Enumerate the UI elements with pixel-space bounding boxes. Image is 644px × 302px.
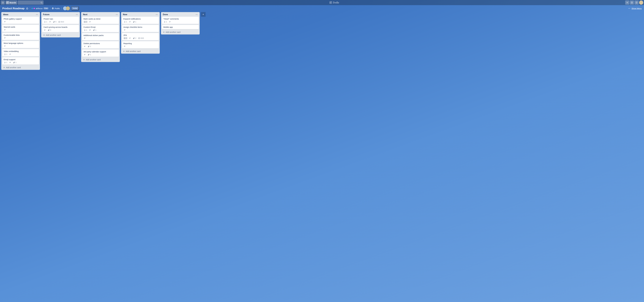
card[interactable]: Custom Emoji11 <box>82 25 119 32</box>
description-badge-icon <box>129 21 131 23</box>
description-badge-icon <box>124 45 126 47</box>
list-menu-button[interactable] <box>156 13 158 16</box>
add-list-button[interactable] <box>201 12 206 17</box>
card-title: Expand notifications <box>124 18 158 20</box>
checklist-badge: 0/13 <box>58 21 64 23</box>
board-title[interactable]: Product Roadmap <box>2 7 24 10</box>
add-card-button[interactable]: Add another card <box>122 49 159 53</box>
list-menu-button[interactable] <box>36 13 38 16</box>
card[interactable]: 2FA120/10 <box>122 33 159 40</box>
card-badges: 11 <box>124 21 158 23</box>
card-badges: 120/10 <box>124 37 158 39</box>
card-badges: 3 <box>44 29 78 31</box>
votes-badge-value: 1 <box>126 37 127 39</box>
card-title: Video embedding <box>4 50 38 52</box>
home-button[interactable] <box>1 0 5 5</box>
card-title: Power-Ups <box>44 18 78 20</box>
search-input[interactable] <box>18 0 44 5</box>
card[interactable]: Starred cards <box>2 25 39 32</box>
create-button[interactable] <box>625 0 629 5</box>
add-card-button[interactable]: Add another card <box>82 58 119 61</box>
card[interactable]: Power-Ups150/13 <box>42 17 79 24</box>
card-title: Emoji support <box>4 58 38 61</box>
attachments-badge: 1 <box>132 21 136 23</box>
user-avatar[interactable] <box>639 0 643 5</box>
votes-badge-icon <box>84 21 86 23</box>
visibility-button[interactable]: Public <box>52 7 60 9</box>
plus-icon <box>3 66 5 69</box>
description-badge <box>84 54 86 56</box>
list: Done"Heart" comments1Mobile appAdd anoth… <box>161 12 200 34</box>
card[interactable]: Reporting <box>122 41 159 48</box>
description-badge-icon <box>4 21 6 23</box>
attachments-badge-value: 1 <box>95 29 96 31</box>
list-header: Done <box>162 13 198 16</box>
info-button[interactable] <box>630 0 634 5</box>
votes-badge: 1 <box>84 29 88 31</box>
plus-icon <box>202 13 204 15</box>
card-title: More language options <box>4 42 38 44</box>
svg-point-13 <box>37 14 37 15</box>
list-menu-button[interactable] <box>116 13 118 16</box>
add-card-button[interactable]: Add another card <box>162 30 198 33</box>
card[interactable]: Photo gallery support <box>2 17 39 24</box>
votes-badge: 1 <box>124 21 128 23</box>
ellipsis-icon <box>196 13 198 16</box>
card-title: Custom Emoji <box>84 26 118 28</box>
add-card-button[interactable]: Add another card <box>42 33 79 36</box>
votes-badge-icon <box>4 53 6 55</box>
card[interactable]: Card syncing across boards3 <box>42 25 79 32</box>
attachments-badge: 1 <box>92 29 96 31</box>
star-button[interactable] <box>26 7 28 9</box>
description-badge <box>44 29 46 31</box>
card[interactable]: More language options <box>2 41 39 48</box>
attachments-badge-icon <box>88 54 90 56</box>
card[interactable]: Mobile app <box>162 25 198 29</box>
attachments-badge-value: 2 <box>90 45 91 47</box>
svg-point-67 <box>156 14 156 15</box>
global-header: Boards Trello <box>0 0 644 5</box>
card[interactable]: Video embedding1 <box>2 49 39 56</box>
list-menu-button[interactable] <box>76 13 78 16</box>
invite-button[interactable]: Invite <box>71 6 79 10</box>
show-menu-button[interactable]: Show Menu <box>628 7 642 9</box>
card[interactable]: 3rd party calendar support1 <box>82 49 119 57</box>
board-canvas: IdeasPhoto gallery supportStarred cardsC… <box>0 11 644 302</box>
card[interactable]: "Heart" comments1 <box>162 17 198 24</box>
add-card-label: Add another card <box>46 34 61 36</box>
list-title[interactable]: Done <box>163 13 168 16</box>
card[interactable]: Assign checklist items <box>122 25 159 32</box>
list-title[interactable]: Now <box>123 13 127 16</box>
card[interactable]: Delete permissions2 <box>82 41 119 48</box>
description-badge-icon <box>129 37 131 39</box>
member-avatar[interactable] <box>66 6 70 10</box>
list-menu-button[interactable] <box>196 13 198 16</box>
description-badge-icon <box>84 54 86 56</box>
plus-icon <box>163 31 165 33</box>
list-title[interactable]: Ideas <box>3 13 8 16</box>
card[interactable]: Emoji support11 <box>2 57 39 65</box>
add-card-button[interactable]: Add another card <box>2 66 39 69</box>
board-members[interactable] <box>63 6 70 10</box>
list-title[interactable]: Future <box>43 13 50 16</box>
add-card-label: Add another card <box>166 31 180 33</box>
card-badges: 11 <box>4 61 38 64</box>
team-button[interactable]: airfocus Free <box>32 7 48 9</box>
list-header: Future <box>42 13 79 16</box>
description-badge <box>9 61 12 64</box>
boards-button[interactable]: Boards <box>6 0 17 5</box>
card[interactable]: Expand notifications11 <box>122 17 159 24</box>
card-title: Mark cards as done <box>84 18 118 20</box>
card[interactable]: Customizable links <box>2 33 39 40</box>
notifications-button[interactable] <box>634 0 638 5</box>
card[interactable]: Additional sticker packs <box>82 33 119 40</box>
card[interactable]: Mark cards as done2 <box>82 17 119 24</box>
svg-rect-41 <box>58 21 60 22</box>
list-title[interactable]: Next <box>83 13 88 16</box>
card-title: Card syncing across boards <box>44 26 78 28</box>
app-logo[interactable]: Trello <box>330 1 339 4</box>
description-badge-icon <box>124 29 126 31</box>
description-badge <box>4 21 6 23</box>
card-badges: 1 <box>4 53 38 55</box>
checklist-badge-icon <box>138 37 140 39</box>
